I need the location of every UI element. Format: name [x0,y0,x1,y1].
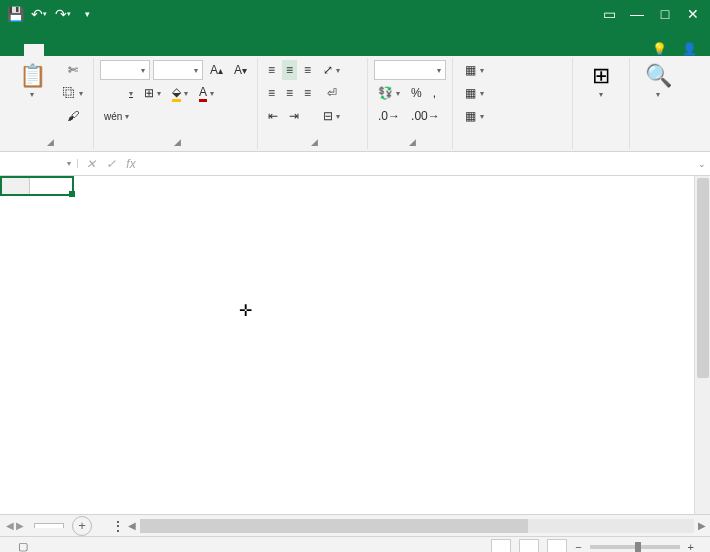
add-sheet-button[interactable]: + [72,516,92,536]
tell-me[interactable]: 💡 [652,42,670,56]
sheet-tab-bar: ◀ ▶ + ⋮◀▶ [0,514,710,536]
cut-button[interactable]: ✄ [58,60,87,80]
wrap-text-button[interactable]: ⏎ [319,83,344,103]
tab-addins[interactable] [184,44,204,56]
tab-home[interactable] [24,44,44,56]
qat-customize-icon[interactable]: ▾ [76,3,98,25]
tab-view[interactable] [144,44,164,56]
format-painter-button[interactable]: 🖌 [58,106,87,126]
increase-decimal-button[interactable]: .0→ [374,106,404,126]
tab-review[interactable] [124,44,144,56]
worksheet-grid[interactable]: ✛ [0,176,710,514]
cond-format-icon: ▦ [463,63,477,77]
orientation-button[interactable]: ⤢▾ [319,60,344,80]
tab-developer[interactable] [164,44,184,56]
bold-button[interactable] [100,83,108,103]
tab-formulas[interactable] [84,44,104,56]
formula-bar: ▾ ✕ ✓ fx ⌄ [0,152,710,176]
name-box[interactable]: ▾ [0,159,78,168]
quick-access-toolbar: 💾 ↶▾ ↷▾ ▾ [4,3,98,25]
paste-icon: 📋 [19,62,46,90]
page-layout-view-button[interactable] [519,539,539,553]
undo-icon[interactable]: ↶▾ [28,3,50,25]
group-number: ▾ 💱▾ % , .0→ .00→ ◢ [368,58,453,149]
title-bar: 💾 ↶▾ ↷▾ ▾ ▭ — □ ✕ [0,0,710,28]
find-icon: 🔍 [645,62,672,90]
group-editing: 🔍 ▾ [630,58,686,149]
fill-handle[interactable] [69,191,75,197]
decrease-indent-button[interactable]: ⇤ [264,106,282,126]
tab-file[interactable] [4,44,24,56]
cells-menu-button[interactable]: ⊞ ▾ [579,60,623,99]
page-break-view-button[interactable] [547,539,567,553]
phonetic-button[interactable]: wén▾ [100,106,133,126]
font-name-combo[interactable]: ▾ [100,60,150,80]
zoom-out-button[interactable]: − [575,541,581,553]
macro-record-icon[interactable]: ▢ [18,540,28,552]
underline-button[interactable]: ▾ [122,83,137,103]
group-font: ▾ ▾ A▴ A▾ ▾ ⊞▾ ⬙▾ A▾ wén▾ ◢ [94,58,258,149]
cell-styles-icon: ▦ [463,109,477,123]
align-top-button[interactable]: ≡ [264,60,279,80]
tab-data[interactable] [104,44,124,56]
sheet-nav-next-icon[interactable]: ▶ [16,520,24,531]
align-middle-button[interactable]: ≡ [282,60,297,80]
accounting-button[interactable]: 💱▾ [374,83,404,103]
percent-button[interactable]: % [407,83,426,103]
fx-icon[interactable]: fx [122,157,140,171]
group-clipboard: 📋 ▾ ✄ ⿻▾ 🖌 ◢ [4,58,94,149]
status-bar: ▢ − + [0,536,710,552]
format-table-button[interactable]: ▦ ▾ [459,83,488,103]
font-color-button[interactable]: A▾ [195,83,218,103]
close-icon[interactable]: ✕ [680,3,706,25]
zoom-in-button[interactable]: + [688,541,694,553]
cut-icon: ✄ [66,63,80,77]
tab-insert[interactable] [44,44,64,56]
merge-button[interactable]: ⊟▾ [319,106,344,126]
maximize-icon[interactable]: □ [652,3,678,25]
enter-formula-icon: ✓ [102,157,120,171]
redo-icon[interactable]: ↷▾ [52,3,74,25]
copy-button[interactable]: ⿻▾ [58,83,87,103]
group-align: ≡ ≡ ≡ ≡ ≡ ≡ ⇤ ⇥ ⤢▾ ⏎ ⊟▾ ◢ [258,58,368,149]
conditional-format-button[interactable]: ▦ ▾ [459,60,488,80]
cell-styles-button[interactable]: ▦ ▾ [459,106,488,126]
comma-button[interactable]: , [429,83,440,103]
horizontal-scrollbar[interactable]: ⋮◀▶ [112,519,710,533]
grow-font-button[interactable]: A▴ [206,60,227,80]
paste-button[interactable]: 📋 ▾ [10,60,54,99]
minimize-icon[interactable]: — [624,3,650,25]
tab-pagelayout[interactable] [64,44,84,56]
cells-icon: ⊞ [592,62,610,90]
decrease-decimal-button[interactable]: .00→ [407,106,444,126]
copy-icon: ⿻ [62,86,76,100]
sheet-tab[interactable] [34,523,64,528]
increase-indent-button[interactable]: ⇥ [285,106,303,126]
align-bottom-button[interactable]: ≡ [300,60,315,80]
vertical-scrollbar[interactable] [694,176,710,514]
align-right-button[interactable]: ≡ [300,83,315,103]
ribbon-options-icon[interactable]: ▭ [596,3,622,25]
window-buttons: ▭ — □ ✕ [596,3,706,25]
brush-icon: 🖌 [66,109,80,123]
sheet-nav-prev-icon[interactable]: ◀ [6,520,14,531]
font-size-combo[interactable]: ▾ [153,60,203,80]
save-icon[interactable]: 💾 [4,3,26,25]
italic-button[interactable] [111,83,119,103]
select-all-corner[interactable] [0,176,30,196]
number-format-combo[interactable]: ▾ [374,60,446,80]
border-button[interactable]: ⊞▾ [140,83,165,103]
group-cells: ⊞ ▾ [573,58,630,149]
group-styles: ▦ ▾ ▦ ▾ ▦ ▾ [453,58,573,149]
align-center-button[interactable]: ≡ [282,83,297,103]
editing-menu-button[interactable]: 🔍 ▾ [636,60,680,99]
shrink-font-button[interactable]: A▾ [230,60,251,80]
ribbon: 📋 ▾ ✄ ⿻▾ 🖌 ◢ ▾ ▾ A▴ A▾ [0,56,710,152]
expand-formula-icon[interactable]: ⌄ [694,159,710,169]
table-format-icon: ▦ [463,86,477,100]
share-button[interactable]: 👤 [682,42,700,56]
normal-view-button[interactable] [491,539,511,553]
zoom-slider[interactable] [590,545,680,549]
fill-color-button[interactable]: ⬙▾ [168,83,192,103]
align-left-button[interactable]: ≡ [264,83,279,103]
